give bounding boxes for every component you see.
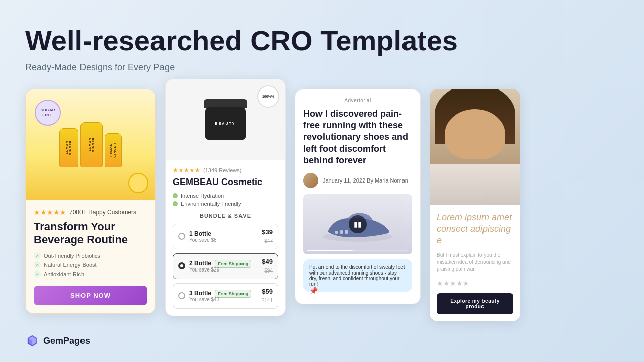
- card-beauty-cosmetic: 100%% BEAUTY ★★★★★ (1349 Reviews) GEMBEA…: [165, 79, 286, 316]
- gempages-logo: GemPages: [25, 334, 90, 348]
- face: [445, 109, 505, 159]
- bundle-info-1: 1 Bottle You save $8: [189, 230, 258, 243]
- bundle-2-price: $49 $94: [262, 258, 273, 275]
- sugar-free-badge: SUGAR FREE: [35, 100, 61, 126]
- gempages-text: GemPages: [43, 336, 90, 346]
- card-advertorial: Advertorial How I discovered pain-free r…: [295, 89, 421, 304]
- author-date: January 11, 2022 By Maria Noman: [323, 177, 408, 184]
- card1-stars: ★★★★★: [34, 208, 66, 216]
- card1-features: ✓ Out-Friendly Probiotics ✓ Natural Ener…: [34, 252, 147, 278]
- author-row: January 11, 2022 By Maria Noman: [303, 173, 412, 188]
- bundle-1-price: $39 $47: [262, 228, 273, 245]
- shoe-image: ▮▮: [303, 194, 412, 254]
- article-title: How I discovered pain-free running with …: [303, 108, 412, 167]
- author-avatar: [303, 173, 318, 188]
- advertorial-label: Advertorial: [303, 98, 412, 103]
- bundle-option-2[interactable]: 2 Bottle Free Shipping You save $29 $49 …: [173, 253, 278, 279]
- page-title: Well-researched CRO Templates: [25, 25, 619, 56]
- card-beauty-partial: Lorem ipsum amet consect adipiscing e Bu…: [430, 89, 520, 321]
- feature-3-icon: ✓: [34, 270, 41, 278]
- tag-1: Intense Hydration: [173, 193, 278, 199]
- shop-now-button[interactable]: SHOP NOW: [34, 286, 147, 305]
- timeline-progress: [307, 250, 353, 251]
- feature-1: ✓ Out-Friendly Probiotics: [34, 252, 147, 259]
- bundle-1-save: You save $8: [189, 237, 258, 243]
- price-current-1: $39: [262, 228, 273, 236]
- video-timeline: [307, 250, 408, 251]
- chat-icon: 📌: [309, 287, 318, 295]
- price-current-3: $59: [262, 288, 273, 295]
- tag-1-dot: [173, 193, 178, 198]
- tag-2: Environmentally Friendly: [173, 201, 278, 207]
- portrait-bg: [430, 89, 520, 205]
- cans-visual: LEMONGINGER LEMONGINGER LEMONGINGER: [59, 122, 122, 167]
- bundle-3-price: $59 $141: [262, 288, 273, 304]
- stars-row: ★★★★★ 7000+ Happy Customers: [34, 208, 147, 216]
- svg-rect-3: [345, 230, 348, 234]
- shoulders: [430, 164, 520, 205]
- card4-body: Lorem ipsum amet consect adipiscing e Bu…: [430, 205, 520, 321]
- feature-2: ✓ Natural Energy Boost: [34, 261, 147, 268]
- jar-container: BEAUTY: [204, 99, 247, 140]
- page-container: Well-researched CRO Templates Ready-Made…: [0, 0, 644, 362]
- bundle-info-3: 3 Bottle Free Shipping You save $43: [189, 290, 258, 302]
- cards-row: SUGAR FREE LEMONGINGER LEMONGINGER LEMON…: [25, 89, 619, 321]
- play-button[interactable]: ▮▮: [349, 215, 367, 233]
- chat-bubble: Put an end to the discomfort of sweaty f…: [303, 259, 412, 292]
- bundle-3-label: 3 Bottle Free Shipping: [189, 290, 258, 297]
- lemon-decoration: [128, 173, 148, 193]
- card2-image: 100%% BEAUTY: [166, 79, 285, 160]
- rating-stars: ★★★★★: [173, 167, 200, 174]
- can-center: LEMONGINGER: [80, 122, 103, 167]
- price-old-1: $47: [264, 238, 273, 244]
- bundle-title: BUNDLE & SAVE: [173, 213, 278, 219]
- tag-2-dot: [173, 201, 178, 206]
- can-left: LEMONGINGER: [59, 128, 78, 167]
- can-right: LEMONGINGER: [105, 133, 122, 167]
- card1-title: Transform Your Beverage Routine: [34, 220, 147, 247]
- feature-1-icon: ✓: [34, 252, 41, 259]
- card4-image: [430, 89, 520, 205]
- shipping-badge-3: Free Shipping: [215, 290, 251, 298]
- svg-rect-1: [335, 231, 338, 234]
- svg-rect-2: [340, 230, 343, 234]
- card-lemon-ginger: SUGAR FREE LEMONGINGER LEMONGINGER LEMON…: [25, 89, 156, 314]
- gem-icon: [25, 334, 39, 348]
- rating-row: ★★★★★ (1349 Reviews): [173, 167, 278, 174]
- tag-row: Intense Hydration Environmentally Friend…: [173, 193, 278, 207]
- price-old-3: $141: [262, 298, 273, 303]
- guarantee-badge: 100%%: [257, 85, 279, 108]
- bundle-options: 1 Bottle You save $8 $39 $47: [173, 224, 278, 309]
- shipping-badge-2: Free Shipping: [215, 260, 251, 268]
- product-name: GEMBEAU Cosmetic: [173, 177, 278, 188]
- lorem-body: But I must explain to you the mistaken i…: [437, 252, 513, 273]
- lorem-stars: ★★★★★: [437, 279, 513, 287]
- radio-2-dot: [180, 264, 183, 267]
- header: Well-researched CRO Templates Ready-Made…: [25, 25, 619, 73]
- card2-body: ★★★★★ (1349 Reviews) GEMBEAU Cosmetic In…: [166, 160, 285, 316]
- card1-body: ★★★★★ 7000+ Happy Customers Transform Yo…: [26, 200, 155, 314]
- bundle-option-3[interactable]: 3 Bottle Free Shipping You save $43 $59 …: [173, 283, 278, 309]
- lorem-title: Lorem ipsum amet consect adipiscing e: [437, 212, 513, 247]
- explore-button[interactable]: Explore my beauty produc: [437, 293, 513, 314]
- rating-count: (1349 Reviews): [203, 167, 242, 173]
- radio-2: [178, 262, 185, 269]
- radio-3: [178, 292, 185, 299]
- card1-customers: 7000+ Happy Customers: [69, 209, 136, 216]
- feature-2-icon: ✓: [34, 261, 41, 268]
- price-current-2: $49: [262, 258, 273, 265]
- bundle-2-label: 2 Bottle Free Shipping: [189, 260, 258, 267]
- price-old-2: $94: [264, 268, 273, 274]
- cream-jar: BEAUTY: [205, 107, 246, 140]
- radio-1: [178, 233, 185, 240]
- bundle-info-2: 2 Bottle Free Shipping You save $29: [189, 260, 258, 273]
- feature-3: ✓ Antioxidant-Rich: [34, 270, 147, 278]
- card1-image: SUGAR FREE LEMONGINGER LEMONGINGER LEMON…: [26, 89, 155, 200]
- page-subtitle: Ready-Made Designs for Every Page: [25, 62, 619, 73]
- card3-body: Advertorial How I discovered pain-free r…: [295, 89, 420, 304]
- bundle-option-1[interactable]: 1 Bottle You save $8 $39 $47: [173, 224, 278, 249]
- bundle-1-label: 1 Bottle: [189, 230, 258, 237]
